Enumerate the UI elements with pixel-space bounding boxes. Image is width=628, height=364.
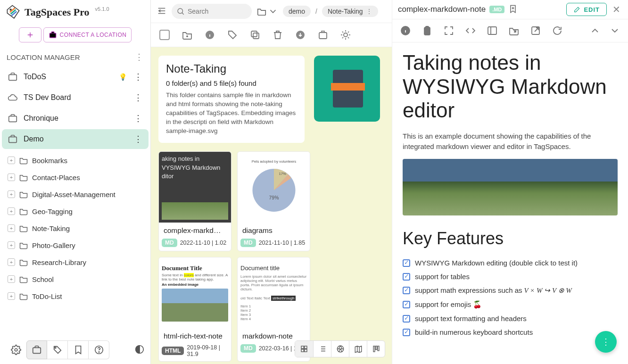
location-more-icon[interactable]: ⋮ <box>132 72 143 82</box>
doc-h1: Taking notes in WYSIWYG Markdown editor <box>403 51 618 123</box>
pv-code-icon[interactable] <box>465 25 476 36</box>
theme-toggle-icon[interactable] <box>134 344 145 356</box>
pv-panel-left-icon[interactable] <box>487 25 498 36</box>
tree-item-photo-gallery[interactable]: +Photo-Gallery <box>6 237 150 254</box>
file-title: diagrams <box>238 223 310 237</box>
expand-icon[interactable]: + <box>8 258 15 266</box>
svg-rect-14 <box>251 31 257 37</box>
expand-icon[interactable]: + <box>8 275 15 283</box>
tree-item-research-library[interactable]: +Research-Library <box>6 254 150 271</box>
connect-location-button[interactable]: CONNECT A LOCATION <box>43 27 132 42</box>
view-kanban-icon[interactable] <box>367 341 385 357</box>
delete-icon[interactable] <box>272 29 284 41</box>
expand-icon[interactable]: + <box>8 207 15 215</box>
checkbox-icon <box>403 301 410 308</box>
tree-item-todo-list[interactable]: +ToDo-List <box>6 288 150 305</box>
copy-icon[interactable] <box>249 29 261 41</box>
location-item-chronique[interactable]: Chronique⋮ <box>2 108 149 128</box>
location-more-icon[interactable]: ⋮ <box>132 92 143 103</box>
svg-rect-4 <box>9 137 17 142</box>
pv-prev-icon[interactable] <box>589 25 601 36</box>
location-item-demo[interactable]: Demo⋮ <box>2 129 149 149</box>
tree-item-geo-tagging[interactable]: +Geo-Tagging <box>6 203 150 220</box>
tree-item-note-taking[interactable]: +Note-Taking <box>6 220 150 237</box>
pv-external-icon[interactable] <box>530 25 541 36</box>
import-icon[interactable] <box>317 29 329 41</box>
expand-icon[interactable]: + <box>8 157 15 164</box>
new-button[interactable] <box>19 27 41 42</box>
breadcrumb-current[interactable]: Note-Taking⋮ <box>322 6 378 17</box>
file-meta: 2019-09-18 | 31.9 <box>187 344 228 357</box>
tree-item-school[interactable]: +School <box>6 271 150 288</box>
tag-icon[interactable] <box>226 29 239 41</box>
pv-clipboard-icon[interactable] <box>421 25 433 36</box>
edit-button[interactable]: EDIT <box>566 3 607 16</box>
pv-info-icon[interactable] <box>400 25 411 36</box>
expand-icon[interactable]: + <box>8 241 15 249</box>
file-card[interactable]: Pets adopted by volunteers79%17%diagrams… <box>237 151 310 251</box>
new-folder-icon[interactable] <box>181 29 193 41</box>
tree-item-digital-asset-management[interactable]: +Digital-Asset-Management <box>6 186 150 203</box>
expand-icon[interactable]: + <box>8 174 15 181</box>
svg-text:79%: 79% <box>269 195 279 200</box>
info-icon[interactable] <box>204 29 216 41</box>
location-more-icon[interactable]: ⋮ <box>132 113 143 124</box>
tree-item-contact-places[interactable]: +Contact-Places <box>6 169 150 186</box>
expand-icon[interactable]: + <box>8 224 15 232</box>
folder-dropdown[interactable] <box>256 6 278 17</box>
svg-rect-33 <box>488 27 496 34</box>
breadcrumb-root[interactable]: demo <box>283 6 311 17</box>
bookmark-icon[interactable] <box>508 4 518 15</box>
briefcase-icon <box>49 31 57 39</box>
location-item-todos[interactable]: ToDoS💡⋮ <box>2 67 149 87</box>
view-aperture-icon[interactable] <box>331 341 349 357</box>
file-card[interactable]: Document TitleSome text in colors and di… <box>158 257 231 362</box>
file-card[interactable]: aking notes inVYSIWYG Markdownditorcompl… <box>158 151 231 251</box>
ext-badge: MD <box>240 239 256 247</box>
doc-h2: Key Features <box>403 229 618 248</box>
svg-rect-27 <box>373 346 375 352</box>
pv-reload-icon[interactable] <box>552 25 563 36</box>
svg-text:17%: 17% <box>279 172 286 176</box>
expand-icon[interactable]: + <box>8 292 15 300</box>
svg-point-7 <box>55 347 56 348</box>
close-preview-icon[interactable]: ✕ <box>611 4 622 15</box>
view-list-icon[interactable] <box>313 341 331 357</box>
select-all-checkbox[interactable] <box>158 29 171 41</box>
location-more-icon[interactable]: ⋮ <box>132 134 143 144</box>
file-title: html-rich-text-note <box>159 328 231 342</box>
pv-open-folder-icon[interactable] <box>508 25 520 36</box>
pv-next-icon[interactable] <box>609 25 620 36</box>
sidebar: TagSpaces Pro v5.1.0 CONNECT A LOCATION … <box>0 0 151 364</box>
nav-locations-icon[interactable] <box>26 340 47 359</box>
location-item-ts dev board[interactable]: TS Dev Board⋮ <box>2 88 149 108</box>
ext-badge: HTML <box>162 347 184 355</box>
pv-fullscreen-icon[interactable] <box>443 25 454 36</box>
preview-filename: complex-markdown-note <box>398 5 486 14</box>
fab-more-icon[interactable]: ⋮ <box>595 331 617 353</box>
download-icon[interactable] <box>294 29 306 41</box>
expand-icon[interactable]: + <box>8 190 15 198</box>
svg-rect-24 <box>301 349 304 352</box>
bulb-icon[interactable]: 💡 <box>119 73 127 81</box>
view-grid-icon[interactable] <box>295 341 313 357</box>
svg-point-17 <box>344 33 347 37</box>
tree-item-bookmarks[interactable]: +Bookmarks <box>6 152 150 169</box>
location-manager-more-icon[interactable]: ⋮ <box>133 52 144 62</box>
svg-text:Pets adopted by volunteers: Pets adopted by volunteers <box>251 159 296 164</box>
nav-bookmarks-icon[interactable] <box>68 340 89 359</box>
nav-help-icon[interactable] <box>89 340 109 359</box>
settings-icon[interactable] <box>6 340 26 359</box>
preview-toolbar <box>392 19 628 42</box>
folder-settings-icon[interactable] <box>339 29 352 41</box>
view-map-icon[interactable] <box>349 341 367 357</box>
collapse-sidebar-icon[interactable] <box>157 6 167 17</box>
file-title: complex-markd… <box>159 223 231 237</box>
feature-item: support for tables <box>403 273 618 281</box>
nav-tags-icon[interactable] <box>47 340 68 359</box>
doc-image <box>403 159 618 215</box>
file-toolbar <box>151 23 392 47</box>
svg-rect-6 <box>33 347 41 353</box>
file-browser: demo / Note-Taking⋮ Note-Taking 0 folder… <box>151 0 392 364</box>
svg-rect-25 <box>305 349 307 352</box>
